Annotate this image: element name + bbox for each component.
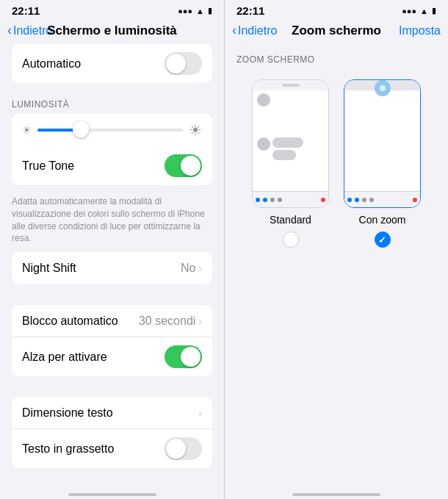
msg-row-2 <box>257 137 324 160</box>
grassetto-row[interactable]: Testo in grassetto <box>12 429 212 468</box>
dot-3-std <box>270 198 275 202</box>
toggle-thumb-alza <box>181 347 200 367</box>
time-right: 22:11 <box>236 4 264 17</box>
imposta-button[interactable]: Imposta <box>399 24 441 37</box>
toolbar-zoom <box>344 191 420 207</box>
msg-row-1 <box>257 93 324 108</box>
toolbar-std <box>253 191 328 207</box>
automatico-toggle[interactable] <box>165 52 202 75</box>
blocco-label: Blocco automatico <box>22 315 139 328</box>
dot-3-zoom <box>362 198 366 202</box>
chevron-dimensione: › <box>198 407 202 419</box>
wifi-icon-right: ▲ <box>420 7 428 15</box>
brightness-low-icon: ☀ <box>22 124 32 136</box>
right-panel: 22:11 ●●● ▲ ▮ ‹ Indietro Zoom schermo Im… <box>224 0 448 499</box>
toggle-thumb-gr <box>166 439 186 459</box>
automatico-label: Automatico <box>22 57 165 71</box>
grassetto-label: Testo in grassetto <box>22 442 165 456</box>
page-title-right: Zoom schermo <box>292 24 381 38</box>
bubble-gray-3 <box>272 150 296 160</box>
dimensione-row[interactable]: Dimensione testo › <box>12 397 212 429</box>
zoom-preview-area: Standard <box>225 69 448 255</box>
night-shift-label: Night Shift <box>22 262 181 275</box>
status-dot-std <box>282 84 300 87</box>
testo-card: Dimensione testo › Testo in grassetto <box>12 397 212 468</box>
true-tone-row[interactable]: True Tone <box>12 146 212 185</box>
dot-red-std <box>321 198 325 202</box>
dot-2-std <box>263 198 267 202</box>
true-tone-desc: Adatta automaticamente la modalità di vi… <box>0 191 224 252</box>
home-bar-left <box>68 493 156 496</box>
brightness-slider[interactable] <box>37 129 183 132</box>
night-shift-card: Night Shift No › <box>12 252 212 284</box>
battery-icon-right: ▮ <box>432 6 436 15</box>
alza-toggle[interactable] <box>165 345 202 368</box>
blocco-alza-card: Blocco automatico 30 secondi › Alza per … <box>12 305 212 376</box>
automatico-card: Automatico <box>12 44 212 83</box>
zoom-section-header: ZOOM SCHERMO <box>225 44 448 69</box>
nav-bar-left: ‹ Indietro Schermo e luminosità <box>0 20 224 44</box>
standard-mockup <box>252 79 329 208</box>
dot-2-zoom <box>355 198 359 202</box>
back-button-left[interactable]: ‹ Indietro <box>7 23 52 38</box>
true-tone-label: True Tone <box>22 159 165 173</box>
night-shift-value: No <box>181 262 195 275</box>
true-tone-toggle[interactable] <box>165 154 202 177</box>
toggle-thumb-tt <box>181 156 200 176</box>
signal-icon-right: ●●● <box>402 7 416 15</box>
chevron-night-shift: › <box>198 262 202 274</box>
avatar-std-2 <box>257 137 270 151</box>
time-left: 22:11 <box>12 4 40 17</box>
dot-1-std <box>256 198 260 202</box>
left-panel: 22:11 ●●● ▲ ▮ ‹ Indietro Schermo e lumin… <box>0 0 224 499</box>
mockup-status-zoom <box>344 80 420 90</box>
back-label-right: Indietro <box>238 24 277 37</box>
status-bar-right: 22:11 ●●● ▲ ▮ <box>225 0 448 20</box>
left-content: Automatico LUMINOSITÀ ☀ ☀ True Tone <box>0 44 224 487</box>
brightness-high-icon: ☀ <box>189 121 202 139</box>
dot-4-zoom <box>369 198 374 202</box>
grassetto-toggle[interactable] <box>165 437 202 460</box>
page-title-left: Schermo e luminosità <box>47 24 177 38</box>
alza-label: Alza per attivare <box>22 351 165 364</box>
right-content: ZOOM SCHERMO <box>225 44 448 487</box>
messages-zoom <box>344 90 420 191</box>
alza-row[interactable]: Alza per attivare <box>12 337 212 376</box>
signal-icon: ●●● <box>178 7 192 15</box>
bubble-gray-2 <box>272 137 303 148</box>
blocco-row[interactable]: Blocco automatico 30 secondi › <box>12 305 212 337</box>
chevron-right-icon: ‹ <box>232 23 236 38</box>
brightness-row: ☀ ☀ <box>12 114 212 146</box>
dot-red-zoom <box>413 198 417 202</box>
con-zoom-option[interactable]: Con zoom <box>344 79 421 248</box>
con-zoom-radio[interactable] <box>375 231 391 248</box>
wifi-icon: ▲ <box>196 7 204 15</box>
messages-std <box>253 90 328 191</box>
mockup-status-std <box>253 80 328 90</box>
status-icons-left: ●●● ▲ ▮ <box>178 6 212 15</box>
blocco-value: 30 secondi <box>139 315 195 328</box>
luminosita-header: LUMINOSITÀ <box>0 89 224 114</box>
dimensione-label: Dimensione testo <box>22 406 198 420</box>
back-button-right[interactable]: ‹ Indietro <box>232 23 277 38</box>
standard-label: Standard <box>270 214 311 226</box>
con-zoom-mockup <box>344 79 421 208</box>
home-indicator-right <box>225 487 448 499</box>
dot-1-zoom <box>347 198 352 202</box>
avatar-std <box>257 93 270 107</box>
toggle-thumb <box>166 54 186 73</box>
standard-radio[interactable] <box>283 231 299 248</box>
con-zoom-label: Con zoom <box>359 214 406 226</box>
night-shift-row[interactable]: Night Shift No › <box>12 252 212 284</box>
nav-bar-right: ‹ Indietro Zoom schermo Imposta <box>225 20 448 44</box>
status-bar-left: 22:11 ●●● ▲ ▮ <box>0 0 224 20</box>
home-indicator-left <box>0 487 224 499</box>
automatico-row[interactable]: Automatico <box>12 44 212 83</box>
dot-4-std <box>278 198 282 202</box>
standard-option[interactable]: Standard <box>252 79 329 248</box>
chevron-blocco: › <box>198 315 202 327</box>
chevron-left-icon: ‹ <box>7 23 12 38</box>
slider-thumb <box>73 121 89 137</box>
home-bar-right <box>292 493 380 496</box>
luminosita-card: ☀ ☀ True Tone <box>12 114 212 185</box>
